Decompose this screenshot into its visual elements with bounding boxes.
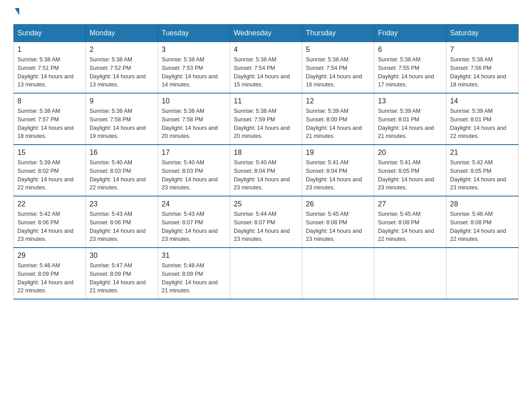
calendar-cell: 27Sunrise: 5:45 AMSunset: 8:08 PMDayligh…: [374, 196, 446, 248]
calendar-body: 1Sunrise: 5:38 AMSunset: 7:51 PMDaylight…: [14, 42, 519, 300]
day-number: 11: [234, 97, 298, 105]
day-info: Sunrise: 5:42 AMSunset: 8:06 PMDaylight:…: [17, 210, 82, 244]
day-info: Sunrise: 5:38 AMSunset: 7:55 PMDaylight:…: [378, 56, 442, 89]
header-day-thursday: Thursday: [302, 25, 374, 42]
day-info: Sunrise: 5:45 AMSunset: 8:08 PMDaylight:…: [378, 210, 442, 244]
day-number: 24: [162, 200, 226, 208]
calendar-cell: 30Sunrise: 5:47 AMSunset: 8:09 PMDayligh…: [86, 248, 158, 299]
calendar-cell: 4Sunrise: 5:38 AMSunset: 7:54 PMDaylight…: [230, 42, 302, 94]
day-info: Sunrise: 5:38 AMSunset: 7:58 PMDaylight:…: [162, 107, 226, 141]
day-info: Sunrise: 5:40 AMSunset: 8:03 PMDaylight:…: [162, 158, 226, 192]
day-info: Sunrise: 5:39 AMSunset: 8:02 PMDaylight:…: [17, 158, 82, 192]
day-info: Sunrise: 5:48 AMSunset: 8:09 PMDaylight:…: [162, 261, 226, 295]
day-number: 3: [162, 46, 226, 54]
day-info: Sunrise: 5:44 AMSunset: 8:07 PMDaylight:…: [234, 210, 298, 244]
calendar-cell: 5Sunrise: 5:38 AMSunset: 7:54 PMDaylight…: [302, 42, 374, 94]
calendar-cell: 7Sunrise: 5:38 AMSunset: 7:56 PMDaylight…: [446, 42, 519, 94]
day-info: Sunrise: 5:41 AMSunset: 8:05 PMDaylight:…: [378, 158, 442, 192]
day-number: 30: [90, 252, 154, 260]
week-row-4: 22Sunrise: 5:42 AMSunset: 8:06 PMDayligh…: [14, 196, 519, 248]
calendar-cell: 26Sunrise: 5:45 AMSunset: 8:08 PMDayligh…: [302, 196, 374, 248]
calendar-cell: 29Sunrise: 5:46 AMSunset: 8:09 PMDayligh…: [14, 248, 86, 299]
calendar-cell: 25Sunrise: 5:44 AMSunset: 8:07 PMDayligh…: [230, 196, 302, 248]
calendar-cell: 13Sunrise: 5:39 AMSunset: 8:01 PMDayligh…: [374, 93, 446, 145]
day-info: Sunrise: 5:38 AMSunset: 7:54 PMDaylight:…: [234, 56, 298, 89]
day-number: 19: [306, 149, 370, 157]
day-number: 6: [378, 46, 442, 54]
calendar-header: SundayMondayTuesdayWednesdayThursdayFrid…: [14, 25, 519, 42]
day-info: Sunrise: 5:46 AMSunset: 8:09 PMDaylight:…: [17, 261, 82, 295]
day-number: 12: [306, 97, 370, 105]
day-info: Sunrise: 5:38 AMSunset: 7:51 PMDaylight:…: [17, 56, 82, 89]
calendar-cell: 19Sunrise: 5:41 AMSunset: 8:04 PMDayligh…: [302, 145, 374, 196]
day-number: 16: [90, 149, 154, 157]
day-info: Sunrise: 5:47 AMSunset: 8:09 PMDaylight:…: [90, 261, 154, 295]
calendar-cell: 31Sunrise: 5:48 AMSunset: 8:09 PMDayligh…: [158, 248, 230, 299]
day-number: 20: [378, 149, 442, 157]
calendar-cell: 11Sunrise: 5:38 AMSunset: 7:59 PMDayligh…: [230, 93, 302, 145]
day-number: 13: [378, 97, 442, 105]
calendar-cell: 22Sunrise: 5:42 AMSunset: 8:06 PMDayligh…: [14, 196, 86, 248]
day-number: 8: [17, 97, 82, 105]
calendar-cell: 3Sunrise: 5:38 AMSunset: 7:53 PMDaylight…: [158, 42, 230, 94]
day-number: 4: [234, 46, 298, 54]
day-info: Sunrise: 5:43 AMSunset: 8:06 PMDaylight:…: [90, 210, 154, 244]
header-day-friday: Friday: [374, 25, 446, 42]
day-info: Sunrise: 5:40 AMSunset: 8:04 PMDaylight:…: [234, 158, 298, 192]
day-number: 15: [17, 149, 82, 157]
header-day-monday: Monday: [86, 25, 158, 42]
day-info: Sunrise: 5:39 AMSunset: 8:00 PMDaylight:…: [306, 107, 370, 141]
header-row: SundayMondayTuesdayWednesdayThursdayFrid…: [14, 25, 519, 42]
calendar-cell: [374, 248, 446, 299]
logo-arrow-icon: [15, 8, 19, 15]
day-info: Sunrise: 5:38 AMSunset: 7:59 PMDaylight:…: [234, 107, 298, 141]
day-number: 31: [162, 252, 226, 260]
week-row-3: 15Sunrise: 5:39 AMSunset: 8:02 PMDayligh…: [14, 145, 519, 196]
day-info: Sunrise: 5:38 AMSunset: 7:52 PMDaylight:…: [90, 56, 154, 89]
week-row-2: 8Sunrise: 5:38 AMSunset: 7:57 PMDaylight…: [14, 93, 519, 145]
logo: [13, 9, 19, 16]
day-number: 29: [17, 252, 82, 260]
day-number: 17: [162, 149, 226, 157]
calendar-cell: 24Sunrise: 5:43 AMSunset: 8:07 PMDayligh…: [158, 196, 230, 248]
day-number: 27: [378, 200, 442, 208]
day-info: Sunrise: 5:38 AMSunset: 7:54 PMDaylight:…: [306, 56, 370, 89]
day-info: Sunrise: 5:43 AMSunset: 8:07 PMDaylight:…: [162, 210, 226, 244]
calendar-table: SundayMondayTuesdayWednesdayThursdayFrid…: [13, 24, 519, 300]
day-number: 18: [234, 149, 298, 157]
day-info: Sunrise: 5:40 AMSunset: 8:03 PMDaylight:…: [90, 158, 154, 192]
header-day-wednesday: Wednesday: [230, 25, 302, 42]
calendar-cell: 21Sunrise: 5:42 AMSunset: 8:05 PMDayligh…: [446, 145, 519, 196]
week-row-1: 1Sunrise: 5:38 AMSunset: 7:51 PMDaylight…: [14, 42, 519, 94]
calendar-cell: 9Sunrise: 5:38 AMSunset: 7:58 PMDaylight…: [86, 93, 158, 145]
header-day-tuesday: Tuesday: [158, 25, 230, 42]
calendar-cell: 17Sunrise: 5:40 AMSunset: 8:03 PMDayligh…: [158, 145, 230, 196]
day-number: 22: [17, 200, 82, 208]
calendar-cell: 2Sunrise: 5:38 AMSunset: 7:52 PMDaylight…: [86, 42, 158, 94]
calendar-cell: [230, 248, 302, 299]
day-info: Sunrise: 5:46 AMSunset: 8:08 PMDaylight:…: [450, 210, 515, 244]
day-info: Sunrise: 5:38 AMSunset: 7:58 PMDaylight:…: [90, 107, 154, 141]
calendar-cell: 14Sunrise: 5:39 AMSunset: 8:01 PMDayligh…: [446, 93, 519, 145]
calendar-cell: 16Sunrise: 5:40 AMSunset: 8:03 PMDayligh…: [86, 145, 158, 196]
day-info: Sunrise: 5:41 AMSunset: 8:04 PMDaylight:…: [306, 158, 370, 192]
calendar-cell: 6Sunrise: 5:38 AMSunset: 7:55 PMDaylight…: [374, 42, 446, 94]
day-number: 7: [450, 46, 515, 54]
calendar-cell: 8Sunrise: 5:38 AMSunset: 7:57 PMDaylight…: [14, 93, 86, 145]
calendar-cell: 12Sunrise: 5:39 AMSunset: 8:00 PMDayligh…: [302, 93, 374, 145]
day-number: 28: [450, 200, 515, 208]
day-info: Sunrise: 5:39 AMSunset: 8:01 PMDaylight:…: [450, 107, 515, 141]
week-row-5: 29Sunrise: 5:46 AMSunset: 8:09 PMDayligh…: [14, 248, 519, 299]
calendar-cell: [302, 248, 374, 299]
calendar-cell: 23Sunrise: 5:43 AMSunset: 8:06 PMDayligh…: [86, 196, 158, 248]
header-day-sunday: Sunday: [14, 25, 86, 42]
calendar-cell: [446, 248, 519, 299]
day-info: Sunrise: 5:39 AMSunset: 8:01 PMDaylight:…: [378, 107, 442, 141]
calendar-cell: 1Sunrise: 5:38 AMSunset: 7:51 PMDaylight…: [14, 42, 86, 94]
calendar-cell: 28Sunrise: 5:46 AMSunset: 8:08 PMDayligh…: [446, 196, 519, 248]
day-number: 10: [162, 97, 226, 105]
day-info: Sunrise: 5:45 AMSunset: 8:08 PMDaylight:…: [306, 210, 370, 244]
day-info: Sunrise: 5:38 AMSunset: 7:53 PMDaylight:…: [162, 56, 226, 89]
day-number: 9: [90, 97, 154, 105]
day-info: Sunrise: 5:38 AMSunset: 7:56 PMDaylight:…: [450, 56, 515, 89]
